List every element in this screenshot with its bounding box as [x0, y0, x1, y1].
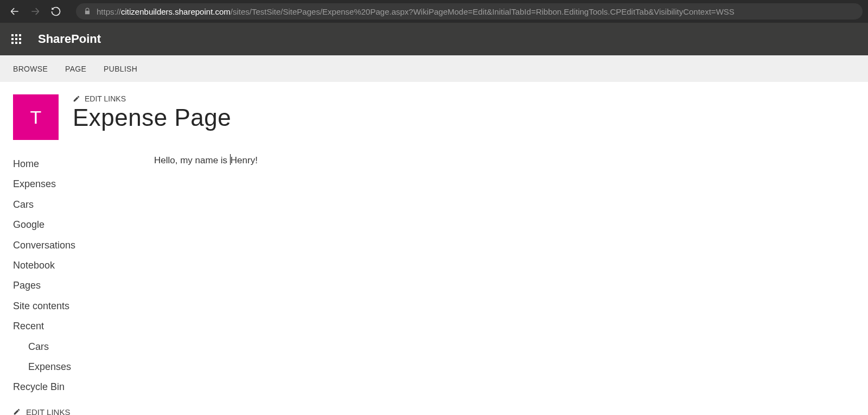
- nav-item-pages[interactable]: Pages: [13, 276, 154, 296]
- reload-icon: [50, 6, 61, 17]
- svg-rect-8: [19, 42, 21, 44]
- nav-item-site-contents[interactable]: Site contents: [13, 296, 154, 316]
- svg-rect-0: [11, 34, 14, 36]
- url-path: /sites/TestSite/SitePages/Expense%20Page…: [231, 7, 735, 16]
- content-text[interactable]: Hello, my name is Henry!: [154, 154, 855, 166]
- brand-label[interactable]: SharePoint: [38, 32, 101, 46]
- arrow-left-icon: [9, 6, 20, 17]
- arrow-right-icon: [30, 6, 41, 17]
- edit-links-top-label: EDIT LINKS: [85, 94, 126, 103]
- pencil-icon: [73, 95, 80, 103]
- browser-toolbar: https://citizenbuilders.sharepoint.com/s…: [0, 0, 868, 23]
- content-text-before: Hello, my name is: [154, 155, 230, 165]
- edit-links-bottom-button[interactable]: EDIT LINKS: [13, 407, 154, 415]
- nav-item-expenses[interactable]: Expenses: [13, 174, 154, 194]
- ribbon-tab-browse[interactable]: BROWSE: [13, 65, 48, 73]
- suite-bar: SharePoint: [0, 23, 868, 55]
- nav-item-notebook[interactable]: Notebook: [13, 256, 154, 276]
- edit-links-top-button[interactable]: EDIT LINKS: [73, 94, 231, 103]
- url-prefix: https://: [97, 7, 121, 16]
- svg-rect-4: [15, 38, 17, 40]
- app-launcher-button[interactable]: [5, 28, 27, 50]
- content-text-after: Henry!: [231, 155, 258, 165]
- page-content-area[interactable]: Hello, my name is Henry!: [154, 154, 855, 415]
- nav-item-recent-cars[interactable]: Cars: [13, 337, 154, 357]
- ribbon: BROWSE PAGE PUBLISH: [0, 55, 868, 82]
- reload-button[interactable]: [47, 2, 65, 21]
- url-host: citizenbuilders.sharepoint.com: [121, 7, 231, 16]
- site-logo[interactable]: T: [13, 94, 59, 140]
- nav-item-cars[interactable]: Cars: [13, 195, 154, 215]
- svg-rect-6: [11, 42, 14, 44]
- nav-item-recycle-bin[interactable]: Recycle Bin: [13, 377, 154, 397]
- svg-rect-7: [15, 42, 17, 44]
- lock-icon: [84, 8, 91, 15]
- left-navigation: Home Expenses Cars Google Conversations …: [13, 154, 154, 415]
- ribbon-tab-publish[interactable]: PUBLISH: [104, 65, 137, 73]
- svg-rect-2: [19, 34, 21, 36]
- address-bar[interactable]: https://citizenbuilders.sharepoint.com/s…: [76, 3, 863, 20]
- nav-item-google[interactable]: Google: [13, 215, 154, 235]
- svg-rect-5: [19, 38, 21, 40]
- ribbon-tab-page[interactable]: PAGE: [65, 65, 86, 73]
- back-button[interactable]: [5, 2, 24, 21]
- page-title: Expense Page: [73, 104, 231, 131]
- nav-item-home[interactable]: Home: [13, 154, 154, 174]
- svg-rect-3: [11, 38, 14, 40]
- site-logo-letter: T: [30, 107, 42, 128]
- svg-rect-1: [15, 34, 17, 36]
- page-header: T EDIT LINKS Expense Page: [0, 82, 868, 145]
- nav-item-conversations[interactable]: Conversations: [13, 235, 154, 256]
- pencil-icon: [13, 408, 21, 415]
- forward-button[interactable]: [26, 2, 44, 21]
- waffle-icon: [11, 34, 21, 44]
- edit-links-bottom-label: EDIT LINKS: [26, 407, 70, 415]
- nav-item-recent[interactable]: Recent: [13, 316, 154, 336]
- nav-item-recent-expenses[interactable]: Expenses: [13, 357, 154, 377]
